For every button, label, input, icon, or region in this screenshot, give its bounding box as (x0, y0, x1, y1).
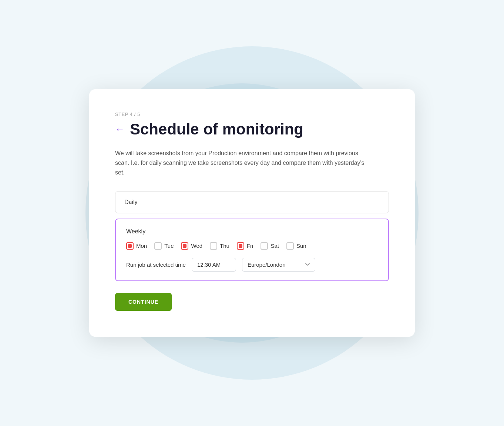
day-thu-checkbox[interactable] (210, 242, 217, 250)
daily-option[interactable]: Daily (115, 191, 389, 213)
day-mon[interactable]: Mon (126, 242, 147, 250)
day-wed[interactable]: Wed (181, 242, 202, 250)
time-input[interactable] (192, 258, 236, 272)
days-row: Mon Tue Wed Thu Fri Sat (126, 242, 378, 250)
continue-button[interactable]: CONTINUE (115, 293, 172, 311)
day-sun-label: Sun (296, 243, 306, 249)
day-sat-label: Sat (271, 243, 279, 249)
daily-label: Daily (124, 199, 138, 205)
day-tue-checkbox[interactable] (154, 242, 162, 250)
day-sun-checkbox[interactable] (286, 242, 294, 250)
step-label: STEP 4 / 5 (115, 112, 389, 117)
day-tue[interactable]: Tue (154, 242, 174, 250)
day-mon-checkbox[interactable] (126, 242, 134, 250)
day-wed-checkbox[interactable] (181, 242, 188, 250)
day-sat[interactable]: Sat (261, 242, 279, 250)
day-fri-label: Fri (247, 243, 253, 249)
day-tue-label: Tue (164, 243, 174, 249)
day-wed-label: Wed (191, 243, 202, 249)
day-fri-checkbox[interactable] (237, 242, 244, 250)
day-sat-checkbox[interactable] (261, 242, 268, 250)
day-fri[interactable]: Fri (237, 242, 253, 250)
title-row: ← Schedule of monitoring (115, 121, 389, 138)
main-card: STEP 4 / 5 ← Schedule of monitoring We w… (89, 89, 415, 336)
description-text: We will take screenshots from your Produ… (115, 149, 367, 178)
day-thu[interactable]: Thu (210, 242, 229, 250)
back-button[interactable]: ← (115, 124, 125, 134)
weekly-label: Weekly (126, 228, 378, 235)
weekly-option[interactable]: Weekly Mon Tue Wed Thu Fri (115, 219, 389, 281)
day-thu-label: Thu (220, 243, 229, 249)
time-row: Run job at selected time Europe/London A… (126, 258, 378, 272)
day-sun[interactable]: Sun (286, 242, 306, 250)
time-row-label: Run job at selected time (126, 262, 186, 268)
day-mon-label: Mon (136, 243, 147, 249)
timezone-select[interactable]: Europe/London America/New_York America/L… (242, 258, 315, 272)
page-title: Schedule of monitoring (130, 121, 303, 138)
